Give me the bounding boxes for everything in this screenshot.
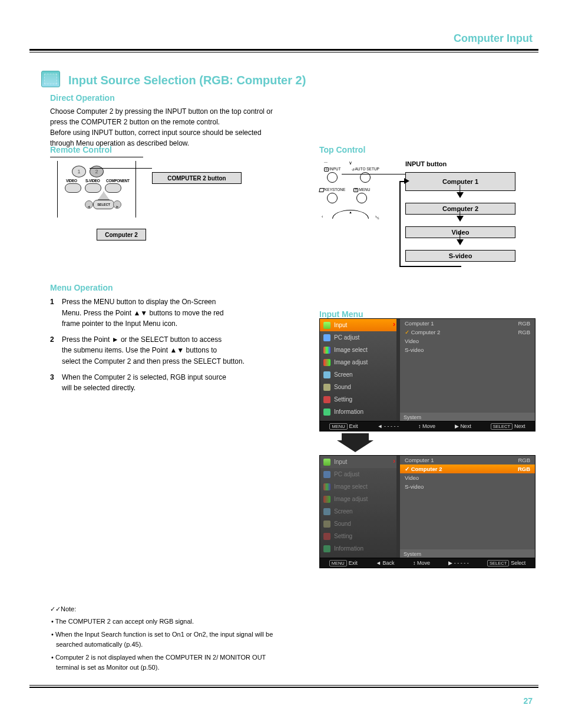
information-icon	[323, 409, 330, 416]
osd2-statusbar: MENUExit ◄ Back ↕ Move ▶ - - - - - SELEC…	[320, 558, 535, 568]
chevron-right-icon: ›	[393, 457, 395, 465]
osd2-setting-row: Setting	[320, 530, 396, 542]
autosetup-button-label: AUTO SETUP	[355, 167, 379, 172]
osd-screenshot-2: Input› PC adjust Image select Image adju…	[319, 455, 535, 568]
point-right-button: ►	[113, 200, 121, 209]
cycle-computer-1: Computer 1	[405, 172, 515, 191]
top-rule	[29, 49, 538, 52]
osd1-statusbar: MENUExit ◄ - - - - - ↕ Move ▶ Next SELEC…	[320, 421, 535, 431]
osd1-computer-1: Computer 1RGB	[400, 319, 535, 328]
computer-2-button-label-box: COMPUTER 2 button	[152, 172, 242, 184]
input-icon	[323, 322, 330, 329]
direct-operation-text: Choose Computer 2 by pressing the INPUT …	[50, 106, 286, 149]
input-menu-heading: Input Menu	[319, 309, 363, 319]
osd2-information-row: Information	[320, 542, 396, 555]
osd2-computer-1: Computer 1RGB	[400, 456, 535, 465]
imageadjust-icon	[323, 359, 330, 366]
osd1-pcadjust-row: PC adjust	[320, 331, 396, 344]
pcadjust-icon	[323, 334, 330, 341]
osd2-imageadjust-row: Image adjust	[320, 493, 396, 505]
osd1-input-row: Input›	[320, 319, 396, 331]
point-up-button	[98, 192, 110, 200]
imageselect-icon	[323, 347, 330, 354]
input-lead-line	[342, 174, 405, 174]
osd1-screen-row: Screen	[320, 368, 396, 381]
direct-operation-heading: Direct Operation	[50, 93, 115, 103]
setting-icon	[323, 533, 330, 540]
osd1-svideo: S-video	[400, 345, 535, 354]
setting-icon	[323, 396, 330, 403]
input-icon	[323, 459, 330, 466]
screen-icon	[323, 508, 330, 515]
remote-heading: Remote Control	[50, 145, 112, 154]
osd1-information-row: Information	[320, 406, 396, 418]
svideo-label: S-VIDEO	[85, 179, 100, 183]
input-button-lead-label: INPUT button	[405, 160, 447, 167]
osd2-svideo: S-video	[400, 482, 535, 491]
osd2-system: System	[400, 549, 535, 558]
input-button-label: INPUT	[329, 167, 341, 172]
input-cycle-diagram: Computer 1 Computer 2 Video S-video	[405, 172, 517, 262]
point-left-button: ◄	[85, 200, 93, 209]
osd2-pcadjust-row: PC adjust	[320, 468, 396, 480]
sound-icon	[323, 521, 330, 528]
cycle-return-hline-bottom	[399, 266, 461, 267]
osd1-sound-row: Sound	[320, 381, 396, 393]
flow-arrow-down-icon	[337, 433, 373, 452]
osd-screenshot-1: Input› PC adjust Image select Image adju…	[319, 318, 535, 431]
computer-1-button: 1	[72, 166, 86, 177]
osd2-video: Video	[400, 473, 535, 482]
section-icon	[41, 71, 60, 87]
page-number: 27	[523, 696, 533, 706]
note-1: • The COMPUTER 2 can accept only RGB sig…	[50, 617, 286, 627]
cycle-computer-2: Computer 2	[405, 203, 515, 215]
menu-operation-heading: Menu Operation	[50, 283, 113, 292]
video-label: VIDEO	[66, 179, 77, 183]
cycle-return-vline	[399, 181, 401, 266]
keystone-button-top	[327, 193, 338, 203]
pcadjust-icon	[323, 471, 330, 478]
screen-icon	[323, 371, 330, 378]
remote-diagram: 1 2 VIDEO S-VIDEO COMPONENT ◄ SELECT ►	[50, 157, 143, 221]
menu-button-top	[356, 193, 367, 203]
note-3: • Computer 2 is not displayed when the C…	[50, 653, 286, 672]
osd1-computer-2: ✓ Computer 2RGB	[400, 328, 535, 337]
component-label: COMPONENT	[106, 179, 130, 183]
note-block: ✓✓Note: • The COMPUTER 2 can accept only…	[50, 604, 286, 676]
computer-2-cycle-box: Computer 2	[97, 229, 146, 241]
osd2-screen-row: Screen	[320, 505, 396, 518]
direct-text-1: Choose Computer 2 by pressing the INPUT …	[50, 107, 273, 126]
sound-icon	[323, 384, 330, 391]
lead-line	[90, 168, 152, 169]
note-2: • When the Input Search function is set …	[50, 630, 286, 649]
cycle-svideo: S-video	[405, 250, 515, 262]
chevron-right-icon: ›	[393, 320, 395, 328]
osd1-video: Video	[400, 337, 535, 345]
menu-operation-text: 1Press the MENU button to display the On…	[50, 297, 289, 398]
top-panel-diagram: ··· ∨ ⟲INPUT ↺AUTO SETUP KEYSTONE ☰MENU …	[319, 160, 390, 219]
imageadjust-icon	[323, 496, 330, 503]
top-control-heading: Top Control	[319, 145, 543, 154]
osd1-system: System	[400, 413, 535, 421]
chapter-title: Computer Input	[454, 32, 533, 45]
keystone-button-label: KEYSTONE	[325, 188, 345, 192]
information-icon	[323, 545, 330, 552]
computer-2-button: 2	[90, 166, 104, 177]
select-cluster: ◄ SELECT ►	[85, 192, 121, 218]
section-title: Input Source Selection (RGB: Computer 2)	[68, 74, 306, 87]
imageselect-icon	[323, 483, 330, 490]
cycle-return-arrowhead	[404, 178, 409, 184]
osd2-input-row: Input›	[320, 456, 396, 468]
menu-button-label: MENU	[359, 188, 370, 192]
osd1-imageadjust-row: Image adjust	[320, 356, 396, 368]
bottom-rule	[29, 685, 538, 688]
osd2-sound-row: Sound	[320, 518, 396, 530]
osd2-computer-2: ✓ Computer 2RGB	[400, 465, 535, 473]
input-button-top	[327, 172, 338, 183]
video-button	[65, 183, 81, 193]
check-icon: ✓	[50, 605, 55, 612]
osd2-imageselect-row: Image select	[320, 480, 396, 493]
select-button: SELECT	[93, 200, 114, 209]
osd1-setting-row: Setting	[320, 393, 396, 406]
cycle-video: Video	[405, 226, 515, 238]
